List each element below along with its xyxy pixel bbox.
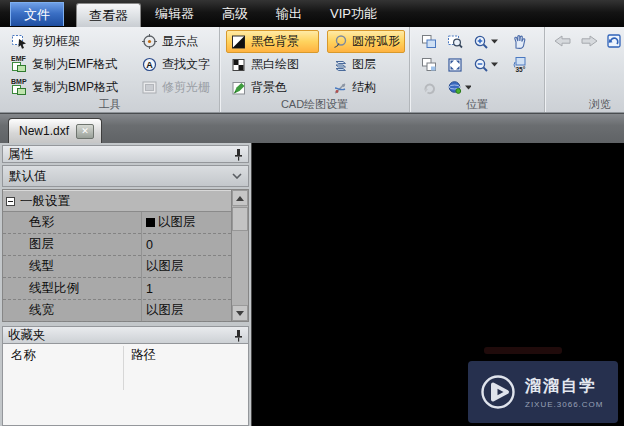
zoom-out-icon [473,57,489,73]
layers-button[interactable]: 图层 [327,53,405,76]
rotate-angle-icon: 35° [511,56,529,73]
property-grid: 一般设置 色彩 以图层 图层 0 线型 以图层 线型比例 1 [2,189,249,322]
preset-select[interactable]: 默认值 [2,165,249,187]
document-tab[interactable]: New1.dxf ✕ [8,118,102,143]
copy-bmp-button[interactable]: BMP 复制为BMP格式 [6,76,128,99]
collapse-expander-icon[interactable] [6,197,15,206]
background-color-button[interactable]: 背景色 [226,76,319,99]
zoom-pages-button[interactable] [420,33,446,51]
zoom-in-button[interactable] [472,33,510,51]
menu-editor[interactable]: 编辑器 [141,0,208,27]
chevron-down-icon [232,173,242,179]
zoom-window-button[interactable] [446,33,472,51]
black-background-toggle[interactable]: 黑色背景 [226,30,319,53]
background-color-icon [231,80,247,96]
show-point-icon [141,33,158,50]
copy-view-button[interactable] [420,56,446,74]
pan-button[interactable] [510,32,540,51]
show-point-label: 显示点 [162,33,198,50]
fit-screen-icon [447,57,463,73]
orbit-view-button[interactable] [446,79,472,97]
properties-panel-title: 属性 [8,146,33,163]
property-row-color[interactable]: 色彩 以图层 [3,212,231,234]
tab-close-button[interactable]: ✕ [76,124,94,139]
show-point-button[interactable]: 显示点 [136,30,215,53]
svg-text:35°: 35° [516,66,526,73]
find-text-icon: A [141,56,158,73]
pages-icon [421,34,438,50]
favorites-column-path[interactable]: 路径 [123,347,156,364]
zoom-out-dropdown-caret [491,62,498,67]
document-tabbar: New1.dxf ✕ [0,113,624,143]
structure-button[interactable]: 结构 [327,76,405,99]
trim-raster-icon [141,79,158,96]
properties-panel-header: 属性 [2,145,249,163]
menu-output[interactable]: 输出 [262,0,316,27]
drawing-canvas[interactable]: 溜溜自学 ZIXUE.3066.COM [252,143,624,426]
watermark-url: ZIXUE.3066.COM [525,400,603,409]
scrollbar-up-button[interactable] [232,190,248,206]
color-swatch [146,218,155,227]
bw-drawing-icon [231,57,247,73]
pin-icon[interactable] [234,329,243,342]
bw-drawing-button[interactable]: 黑白绘图 [226,53,319,76]
back-arrow-icon[interactable] [553,34,573,48]
watermark-title: 溜溜自学 [525,376,603,397]
property-grid-scrollbar[interactable] [231,190,248,321]
property-section-row[interactable]: 一般设置 [3,190,231,212]
trim-raster-label: 修剪光栅 [162,79,210,96]
favorites-panel-header: 收藏夹 [2,326,249,344]
favorites-panel-title: 收藏夹 [8,327,46,344]
cut-frame-icon [11,33,28,50]
cut-frame-button[interactable]: 剪切框架 [6,30,128,53]
favorites-column-name[interactable]: 名称 [3,347,123,364]
smooth-arc-toggle[interactable]: 圆滑弧形 [327,30,405,53]
property-row-layer[interactable]: 图层 0 [3,234,231,256]
scrollbar-thumb[interactable] [232,207,248,231]
zoom-out-button[interactable] [472,56,510,74]
group-label-tools: 工具 [0,97,219,112]
black-background-label: 黑色背景 [251,33,299,50]
rotate-button[interactable] [420,79,446,97]
smooth-arc-label: 圆滑弧形 [352,33,400,50]
pan-hand-icon [511,33,528,50]
main-area: 属性 默认值 一般设置 色彩 以图层 图层 0 [0,143,624,426]
watermark-badge: 溜溜自学 ZIXUE.3066.COM [468,361,618,423]
pin-icon[interactable] [234,148,243,161]
group-label-browse: 浏览 [545,97,624,112]
property-row-lineweight[interactable]: 线宽 以图层 [3,300,231,322]
property-row-linetype[interactable]: 线型 以图层 [3,256,231,278]
scrollbar-down-button[interactable] [232,305,248,321]
menu-viewer[interactable]: 查看器 [76,3,141,27]
zoom-in-dropdown-caret [491,39,498,44]
undo-view-icon[interactable] [605,33,623,49]
fit-screen-button[interactable] [446,56,472,74]
find-text-label: 查找文字 [162,56,210,73]
copy-emf-button[interactable]: EMF 复制为EMF格式 [6,53,128,76]
ribbon-group-cad-settings: 黑色背景 黑白绘图 背景色 圆滑弧形 图层 [220,27,410,112]
group-label-position: 位置 [410,97,544,112]
watermark-smudge [484,347,562,354]
forward-arrow-icon[interactable] [579,34,599,48]
menubar: 文件 查看器 编辑器 高级 输出 VIP功能 [0,0,624,27]
group-label-cad-settings: CAD绘图设置 [220,97,409,112]
favorites-column-divider [123,346,124,390]
menu-file[interactable]: 文件 [10,2,64,26]
trim-raster-button[interactable]: 修剪光栅 [136,76,215,99]
structure-icon [332,80,348,96]
menu-advanced[interactable]: 高级 [208,0,262,27]
bw-drawing-label: 黑白绘图 [251,56,299,73]
menu-vip[interactable]: VIP功能 [316,0,391,27]
property-row-linetype-scale[interactable]: 线型比例 1 [3,278,231,300]
copy-emf-icon: EMF [11,56,28,73]
property-grid-rows: 一般设置 色彩 以图层 图层 0 线型 以图层 线型比例 1 [3,190,231,321]
property-section-label: 一般设置 [20,193,70,210]
find-text-button[interactable]: A 查找文字 [136,53,215,76]
pages-alt-icon [421,57,438,73]
layers-icon [332,57,348,73]
zoom-window-icon [447,34,464,50]
rotate-angle-button[interactable]: 35° [510,55,540,74]
orbit-view-icon [447,80,463,96]
ribbon: 剪切框架 EMF 复制为EMF格式 BMP 复制为BMP格式 显示点 A [0,27,624,113]
play-logo-icon [480,374,516,410]
